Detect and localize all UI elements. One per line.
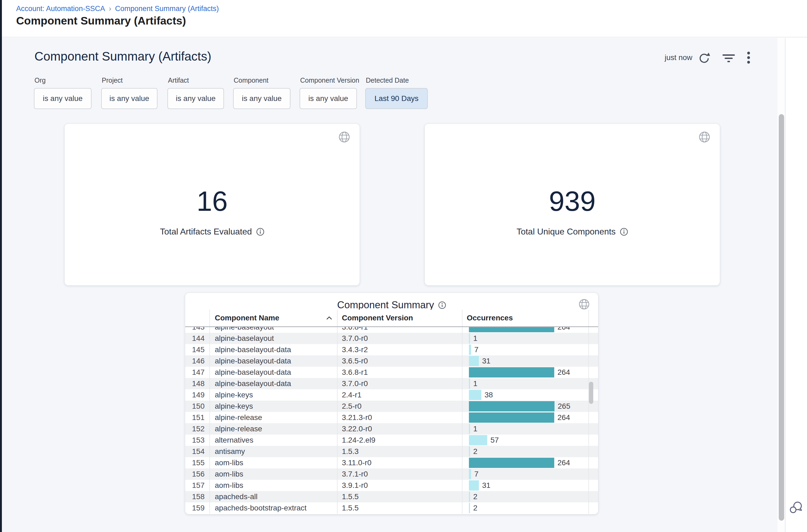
- tile-total-artifacts-evaluated: 16 Total Artifacts Evaluated: [64, 124, 360, 285]
- occurrences-bar: [469, 492, 470, 502]
- refresh-icon: [698, 52, 710, 64]
- page-scrollbar-thumb[interactable]: [779, 114, 784, 521]
- occurrences-bar: [469, 446, 470, 457]
- filter-component-version-value-button[interactable]: is any value: [300, 88, 357, 109]
- table-row[interactable]: 149alpine-keys2.4-r138: [185, 389, 598, 401]
- occurrences-bar: [469, 413, 554, 423]
- column-header-occurrences[interactable]: Occurrences: [467, 310, 513, 326]
- table-row[interactable]: 145alpine-baselayout-data3.4.3-r27: [185, 344, 598, 355]
- filter-artifact-value-button[interactable]: is any value: [168, 88, 224, 109]
- table-row[interactable]: 143alpine-baselayout3.6.8-r1264: [185, 327, 598, 333]
- occurrences-bar: [469, 424, 470, 434]
- filter-component-value-button[interactable]: is any value: [233, 88, 290, 109]
- row-index: 152: [185, 423, 209, 435]
- table-row[interactable]: 157aom-libs3.9.1-r031: [185, 480, 598, 491]
- row-index: 143: [185, 327, 209, 333]
- globe-icon: [699, 131, 710, 143]
- occurrences-bar: [469, 327, 554, 332]
- component-version-cell: 3.6.8-r1: [337, 327, 462, 333]
- occurrences-bar: [469, 390, 481, 400]
- occurrences-cell: 38: [462, 389, 598, 401]
- clipped-table-row: 143alpine-baselayout3.6.8-r1264: [185, 327, 598, 333]
- component-version-cell: 3.7.1-r0: [337, 469, 462, 480]
- table-row[interactable]: 151alpine-release3.21.3-r0264: [185, 412, 598, 423]
- occurrences-cell: 264: [462, 367, 598, 378]
- info-icon[interactable]: [438, 301, 446, 309]
- occurrences-value: 31: [482, 481, 491, 490]
- filter-org-value-button[interactable]: is any value: [34, 88, 92, 109]
- table-row[interactable]: 159apacheds-bootstrap-extract1.5.52: [185, 502, 598, 514]
- occurrences-value: 1: [473, 334, 478, 343]
- row-index: 155: [185, 457, 209, 469]
- occurrences-cell: 265: [462, 401, 598, 412]
- occurrences-value: 57: [491, 436, 499, 444]
- filter-artifact-label: Artifact: [168, 76, 189, 84]
- component-version-cell: 1.5.5: [337, 502, 462, 514]
- occurrences-bar: [469, 469, 471, 479]
- occurrences-value: 1: [473, 424, 478, 433]
- table-row[interactable]: 144alpine-baselayout3.7.0-r01: [185, 333, 598, 344]
- occurrences-bar: [469, 367, 554, 378]
- occurrences-value: 2: [473, 447, 478, 456]
- row-index: 153: [185, 435, 209, 446]
- table-row[interactable]: 155aom-libs3.11.0-r0264: [185, 457, 598, 469]
- breadcrumb-account-link[interactable]: Account: Automation-SSCA: [16, 4, 105, 13]
- row-index: 158: [185, 491, 209, 502]
- stat-label: Total Unique Components: [517, 227, 616, 237]
- dashboard-filters-button[interactable]: [722, 53, 735, 63]
- table-row[interactable]: 148alpine-baselayout-data3.7.0-r01: [185, 378, 598, 389]
- dashboard-actions-menu[interactable]: [746, 51, 752, 64]
- table-row[interactable]: 154antisamy1.5.32: [185, 446, 598, 457]
- refresh-button[interactable]: [698, 52, 711, 64]
- component-name-cell: alpine-baselayout-data: [209, 344, 337, 355]
- breadcrumb-chevron-icon: ›: [109, 4, 111, 13]
- row-index: 145: [185, 344, 209, 355]
- stat-label: Total Artifacts Evaluated: [160, 227, 252, 237]
- occurrences-value: 7: [474, 470, 479, 478]
- occurrences-cell: 264: [462, 457, 598, 469]
- component-name-cell: alpine-baselayout: [209, 327, 337, 333]
- page-title: Component Summary (Artifacts): [16, 15, 186, 27]
- occurrences-cell: 2: [462, 502, 598, 514]
- table-scrollbar-thumb[interactable]: [589, 382, 593, 404]
- occurrences-value: 264: [557, 368, 570, 377]
- table-row[interactable]: 158apacheds-all1.5.52: [185, 491, 598, 502]
- occurrences-bar: [469, 333, 470, 344]
- component-version-cell: 1.5.5: [337, 491, 462, 502]
- component-name-cell: alpine-baselayout-data: [209, 355, 337, 367]
- info-icon[interactable]: [256, 228, 264, 236]
- occurrences-bar: [469, 503, 470, 513]
- component-version-cell: 3.6.8-r1: [337, 367, 462, 378]
- component-name-cell: alternatives: [209, 435, 337, 446]
- occurrences-value: 2: [473, 504, 478, 512]
- table-row[interactable]: 147alpine-baselayout-data3.6.8-r1264: [185, 367, 598, 378]
- breadcrumb-page-link[interactable]: Component Summary (Artifacts): [115, 4, 219, 13]
- table-row[interactable]: 152alpine-release3.22.0-r01: [185, 423, 598, 435]
- filter-org-label: Org: [35, 76, 46, 84]
- column-header-component-name[interactable]: Component Name: [215, 310, 280, 326]
- occurrences-bar: [469, 435, 487, 445]
- collapsed-sidebar[interactable]: [0, 0, 2, 532]
- table-row[interactable]: 150alpine-keys2.5-r0265: [185, 401, 598, 412]
- table-row[interactable]: 146alpine-baselayout-data3.6.5-r031: [185, 355, 598, 367]
- filter-detected-date-value-button[interactable]: Last 90 Days: [365, 88, 428, 109]
- column-header-component-version[interactable]: Component Version: [342, 310, 413, 326]
- occurrences-cell: 1: [462, 333, 598, 344]
- info-icon[interactable]: [620, 228, 628, 236]
- table-row[interactable]: 153alternatives1.24-2.el957: [185, 435, 598, 446]
- chat-support-button[interactable]: [789, 501, 803, 514]
- stat-value: 939: [425, 185, 720, 217]
- last-refreshed-label: just now: [660, 53, 692, 62]
- table-row[interactable]: 156aom-libs3.7.1-r07: [185, 469, 598, 480]
- component-name-cell: antisamy: [209, 446, 337, 457]
- component-version-cell: 3.7.0-r0: [337, 378, 462, 389]
- component-name-cell: apacheds-all: [209, 491, 337, 502]
- occurrences-cell: 264: [462, 412, 598, 423]
- component-version-cell: 2.5-r0: [337, 401, 462, 412]
- occurrences-value: 1: [473, 379, 478, 388]
- filter-detected-date-label: Detected Date: [366, 76, 409, 84]
- occurrences-cell: 7: [462, 344, 598, 355]
- occurrences-bar: [469, 458, 554, 468]
- occurrences-value: 264: [557, 327, 570, 331]
- filter-project-value-button[interactable]: is any value: [101, 88, 157, 109]
